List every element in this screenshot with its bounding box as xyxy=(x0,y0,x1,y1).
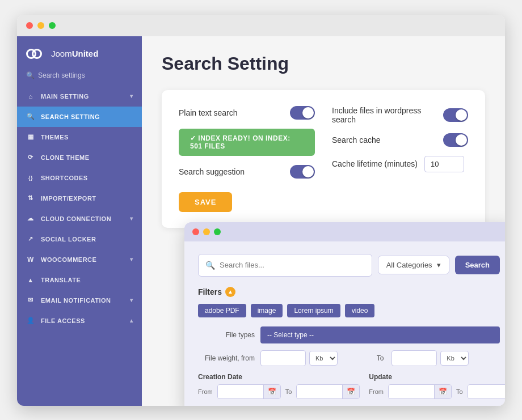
filter-tag-adobe-pdf[interactable]: adobe PDF xyxy=(198,304,246,317)
update-from-input-wrap: 📅 xyxy=(388,384,452,399)
user-icon: 👤 xyxy=(26,316,35,325)
sidebar-item-search-setting[interactable]: 🔍 SEARCH SETTING xyxy=(17,107,142,127)
chevron-down-icon: ▾ xyxy=(130,256,133,262)
filter-tags: adobe PDF image Lorem ipsum video xyxy=(198,304,500,317)
index-ready-button[interactable]: ✓ INDEX READY! ON INDEX: 501 FILES xyxy=(179,129,315,156)
search-suggestion-label: Search suggestion xyxy=(179,167,245,176)
sidebar-item-label: EMAIL NOTIFICATION xyxy=(41,297,111,304)
categories-select[interactable]: All Categories ▾ xyxy=(378,256,449,274)
main-content: Search Setting Plain text search ✓ INDEX… xyxy=(142,36,505,406)
search-cache-row: Search cache xyxy=(332,133,468,147)
file-weight-label: File weight, from xyxy=(198,354,255,362)
translate-icon: ▲ xyxy=(26,275,35,285)
creation-to-calendar-btn[interactable]: 📅 xyxy=(342,385,359,398)
search-cache-toggle[interactable] xyxy=(443,133,468,147)
kb-from-select[interactable]: Kb Mb xyxy=(309,351,338,366)
sidebar-item-label: FILE ACCESS xyxy=(41,317,85,324)
settings-left-col: Plain text search ✓ INDEX READY! ON INDE… xyxy=(179,106,315,188)
update-from-input[interactable] xyxy=(389,385,434,398)
sidebar-item-label: SEARCH SETTING xyxy=(41,113,100,120)
sidebar-item-label: IMPORT/EXPORT xyxy=(41,195,96,202)
sidebar-item-woocommerce[interactable]: W WOOCOMMERCE ▾ xyxy=(17,249,142,270)
sidebar-nav: ⌂ MAIN SETTING ▾ 🔍 SEARCH SETTING ▦ Them… xyxy=(17,86,142,406)
save-button[interactable]: SAVE xyxy=(179,192,232,212)
sidebar-item-translate[interactable]: ▲ TRANSLATE xyxy=(17,270,142,290)
update-date-title: Update xyxy=(369,373,505,381)
to-label: To xyxy=(377,354,384,362)
plain-text-label: Plain text search xyxy=(179,108,238,117)
chevron-down-icon: ▾ xyxy=(130,215,133,222)
overlay-window: 🔍 All Categories ▾ Search Filters ▲ xyxy=(184,222,505,406)
sidebar-item-cloud-connection[interactable]: ☁ CLOUD CONNECTION ▾ xyxy=(17,209,142,229)
update-from-calendar-btn[interactable]: 📅 xyxy=(434,385,451,398)
update-date-from-to: From 📅 To 📅 xyxy=(369,384,505,399)
logo-circle-right xyxy=(32,49,42,59)
cache-lifetime-input[interactable] xyxy=(424,156,464,172)
chevron-up-icon: ▴ xyxy=(130,317,133,324)
sidebar-item-social-locker[interactable]: ↗ SOCIAL LOCKER xyxy=(17,229,142,249)
browser-content: JoomUnited 🔍 main-setting Search setting… xyxy=(17,36,505,406)
filter-tag-image[interactable]: image xyxy=(251,304,283,317)
sidebar-item-clone-theme[interactable]: ⟳ CLONE THEME xyxy=(17,147,142,168)
sidebar-item-import-export[interactable]: ⇅ IMPORT/EXPORT xyxy=(17,188,142,209)
filter-tag-lorem-ipsum[interactable]: Lorem ipsum xyxy=(287,304,340,317)
overlay-dot-yellow[interactable] xyxy=(203,228,210,235)
creation-from-calendar-btn[interactable]: 📅 xyxy=(263,385,280,398)
search-input-container[interactable]: 🔍 xyxy=(198,254,372,277)
sidebar: JoomUnited 🔍 main-setting Search setting… xyxy=(17,36,142,406)
include-files-row: Include files in wordpress search xyxy=(332,106,468,124)
sidebar-item-label: TRANSLATE xyxy=(41,277,81,283)
search-icon: 🔍 xyxy=(26,112,35,121)
include-files-toggle[interactable] xyxy=(443,108,468,122)
mail-icon: ✉ xyxy=(26,296,35,305)
weight-to-group: Kb Mb xyxy=(392,350,500,366)
file-types-row: File types -- Select type -- xyxy=(198,326,500,343)
weight-to-input[interactable] xyxy=(392,350,437,366)
filter-up-icon[interactable]: ▲ xyxy=(225,287,235,297)
logo-text: JoomUnited xyxy=(51,49,98,58)
creation-from-input[interactable] xyxy=(218,385,263,398)
filters-label: Filters xyxy=(198,287,222,296)
weight-from-input[interactable] xyxy=(260,350,306,366)
filter-tag-video[interactable]: video xyxy=(345,304,375,317)
dot-green[interactable] xyxy=(49,22,56,29)
sidebar-item-shortcodes[interactable]: {} SHORTCODES xyxy=(17,168,142,188)
settings-right-col: Include files in wordpress search Search… xyxy=(332,106,468,188)
categories-label: All Categories xyxy=(386,261,432,269)
share-icon: ↗ xyxy=(26,235,35,244)
sidebar-search: 🔍 main-setting Search settings xyxy=(17,69,142,86)
chevron-down-icon: ▾ xyxy=(437,261,441,269)
sidebar-item-themes[interactable]: ▦ ThemES xyxy=(17,127,142,147)
creation-to-input[interactable] xyxy=(297,385,342,398)
update-to-input[interactable] xyxy=(468,385,505,398)
overlay-dot-red[interactable] xyxy=(192,228,199,235)
sidebar-item-main-setting[interactable]: ⌂ MAIN SETTING ▾ xyxy=(17,86,142,107)
dot-yellow[interactable] xyxy=(37,22,44,29)
date-section: Creation Date From 📅 To 📅 xyxy=(198,373,500,399)
creation-date-from-to: From 📅 To 📅 xyxy=(198,384,360,399)
sidebar-item-label: WOOCOMMERCE xyxy=(41,256,96,263)
include-files-label: Include files in wordpress search xyxy=(332,106,443,124)
dot-red[interactable] xyxy=(26,22,33,29)
creation-from-label: From xyxy=(198,388,213,395)
overlay-dot-green[interactable] xyxy=(214,228,221,235)
sidebar-item-label: SHORTCODES xyxy=(41,175,88,181)
search-suggestion-toggle[interactable] xyxy=(290,165,315,179)
plain-text-toggle[interactable] xyxy=(290,106,315,120)
grid-icon: ▦ xyxy=(26,133,35,142)
title-bar xyxy=(17,15,505,36)
sidebar-item-label: ThemES xyxy=(41,134,69,141)
update-date-group: Update From 📅 To 📅 xyxy=(369,373,505,399)
sidebar-item-file-access[interactable]: 👤 FILE ACCESS ▴ xyxy=(17,311,142,331)
sidebar-item-email-notification[interactable]: ✉ EMAIL NOTIFICATION ▾ xyxy=(17,290,142,311)
filters-header: Filters ▲ xyxy=(198,287,500,297)
search-button[interactable]: Search xyxy=(455,256,500,274)
plain-text-search-row: Plain text search xyxy=(179,106,315,120)
file-types-select[interactable]: -- Select type -- xyxy=(260,326,500,343)
search-icon: 🔍 xyxy=(205,261,215,270)
chevron-down-icon: ▾ xyxy=(130,297,133,303)
kb-to-select[interactable]: Kb Mb xyxy=(440,351,469,366)
search-files-input[interactable] xyxy=(220,261,365,269)
search-icon: 🔍 xyxy=(26,71,35,79)
creation-date-group: Creation Date From 📅 To 📅 xyxy=(198,373,360,399)
